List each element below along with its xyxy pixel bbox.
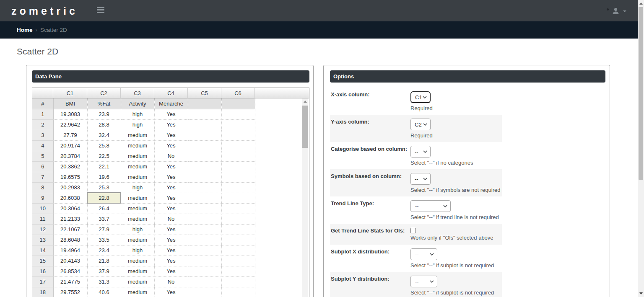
data-cell[interactable]: 37.9 — [87, 266, 121, 276]
data-cell[interactable] — [188, 245, 221, 256]
data-cell[interactable]: No — [154, 214, 188, 224]
column-header-c1[interactable]: C1 — [53, 88, 87, 98]
data-cell[interactable]: Yes — [154, 235, 188, 245]
user-menu-button[interactable] — [611, 6, 626, 16]
breadcrumb-home-link[interactable]: Home — [17, 27, 33, 33]
data-cell[interactable] — [188, 203, 221, 214]
data-cell[interactable]: high — [121, 182, 154, 193]
data-cell[interactable]: medium — [121, 130, 154, 140]
field-name-cell[interactable]: %Fat — [87, 98, 121, 109]
data-cell[interactable] — [221, 256, 255, 266]
row-number-cell[interactable]: 5 — [32, 151, 53, 161]
data-cell[interactable] — [188, 287, 221, 297]
data-cell[interactable]: 21.8 — [87, 256, 121, 266]
data-cell[interactable] — [221, 119, 255, 130]
page-scrollbar-thumb[interactable] — [639, 7, 643, 180]
data-cell[interactable]: 23.9 — [87, 109, 121, 119]
data-cell[interactable]: high — [121, 119, 154, 130]
data-cell[interactable]: Yes — [154, 130, 188, 140]
data-cell[interactable]: 23.4 — [87, 245, 121, 256]
data-cell[interactable]: 22.9642 — [53, 119, 87, 130]
column-header-c5[interactable]: C5 — [188, 88, 221, 98]
data-cell[interactable] — [221, 276, 255, 287]
row-number-cell[interactable]: 16 — [32, 266, 53, 276]
data-cell[interactable]: 22.1067 — [53, 224, 87, 235]
data-cell[interactable]: medium — [121, 140, 154, 151]
table-scrollbar[interactable] — [302, 98, 308, 297]
data-cell[interactable]: 19.4964 — [53, 245, 87, 256]
data-cell[interactable]: 19.6 — [87, 172, 121, 182]
data-cell[interactable]: 20.9174 — [53, 140, 87, 151]
data-cell[interactable] — [221, 193, 255, 203]
field-name-cell[interactable] — [221, 98, 255, 109]
row-number-cell[interactable]: 13 — [32, 235, 53, 245]
data-cell[interactable]: 19.6575 — [53, 172, 87, 182]
row-number-cell[interactable]: 14 — [32, 245, 53, 256]
field-name-cell[interactable] — [188, 98, 221, 109]
data-cell[interactable]: Yes — [154, 140, 188, 151]
data-cell[interactable] — [221, 109, 255, 119]
select-subplot-y-distribution[interactable]: -- — [410, 276, 437, 287]
data-cell[interactable]: Yes — [154, 182, 188, 193]
column-header-c6[interactable]: C6 — [221, 88, 255, 98]
row-number-cell[interactable]: 17 — [32, 276, 53, 287]
data-cell[interactable]: 28.6048 — [53, 235, 87, 245]
data-cell[interactable]: Yes — [154, 119, 188, 130]
data-cell[interactable] — [188, 266, 221, 276]
data-cell[interactable]: 22.1 — [87, 161, 121, 172]
field-name-cell[interactable]: Activity — [121, 98, 154, 109]
data-cell[interactable]: Yes — [154, 224, 188, 235]
row-number-cell[interactable]: 15 — [32, 256, 53, 266]
select-trend-line-type[interactable]: -- — [410, 200, 451, 212]
data-cell[interactable] — [221, 172, 255, 182]
data-cell[interactable] — [221, 245, 255, 256]
data-cell[interactable] — [188, 161, 221, 172]
data-cell[interactable]: medium — [121, 193, 154, 203]
data-cell[interactable]: medium — [121, 172, 154, 182]
data-cell[interactable]: Yes — [154, 256, 188, 266]
data-cell[interactable]: medium — [121, 276, 154, 287]
data-cell[interactable]: medium — [121, 161, 154, 172]
table-scrollbar-up-button[interactable] — [302, 98, 308, 105]
column-header-c3[interactable]: C3 — [121, 88, 154, 98]
data-cell[interactable]: 26.8534 — [53, 266, 87, 276]
row-number-cell[interactable]: 12 — [32, 224, 53, 235]
row-number-cell[interactable]: 10 — [32, 203, 53, 214]
data-cell[interactable] — [188, 151, 221, 161]
data-cell[interactable]: 22.5 — [87, 151, 121, 161]
table-scrollbar-thumb[interactable] — [302, 106, 308, 148]
data-cell[interactable]: No — [154, 151, 188, 161]
data-cell[interactable]: 21.4775 — [53, 276, 87, 287]
data-cell[interactable]: 20.3064 — [53, 203, 87, 214]
data-cell[interactable] — [188, 193, 221, 203]
brand-logo[interactable]: zometric — [11, 5, 78, 17]
data-cell[interactable]: 20.3862 — [53, 161, 87, 172]
selected-cell[interactable]: 22.8 — [87, 193, 121, 203]
row-number-cell[interactable]: 8 — [32, 182, 53, 193]
checkbox-trend-line-stats-ols[interactable] — [410, 228, 416, 233]
corner-header-cell[interactable] — [32, 88, 53, 98]
data-cell[interactable]: 19.3083 — [53, 109, 87, 119]
data-cell[interactable]: 33.5 — [87, 235, 121, 245]
data-cell[interactable] — [188, 224, 221, 235]
data-cell[interactable]: medium — [121, 203, 154, 214]
data-cell[interactable]: medium — [121, 235, 154, 245]
data-cell[interactable]: Yes — [154, 161, 188, 172]
data-cell[interactable]: 28.8 — [87, 119, 121, 130]
data-cell[interactable] — [188, 130, 221, 140]
row-number-cell[interactable]: 3 — [32, 130, 53, 140]
page-scrollbar-up-button[interactable] — [638, 0, 644, 7]
data-cell[interactable] — [188, 276, 221, 287]
row-number-cell[interactable]: 1 — [32, 109, 53, 119]
data-cell[interactable]: Yes — [154, 172, 188, 182]
data-cell[interactable] — [221, 161, 255, 172]
data-cell[interactable]: 20.2983 — [53, 182, 87, 193]
data-cell[interactable]: medium — [121, 214, 154, 224]
column-header-c4[interactable]: C4 — [154, 88, 188, 98]
data-cell[interactable] — [221, 224, 255, 235]
data-cell[interactable] — [188, 109, 221, 119]
row-number-cell[interactable]: 11 — [32, 214, 53, 224]
data-cell[interactable]: high — [121, 109, 154, 119]
page-scrollbar-down-button[interactable] — [638, 290, 644, 297]
data-cell[interactable]: Yes — [154, 203, 188, 214]
